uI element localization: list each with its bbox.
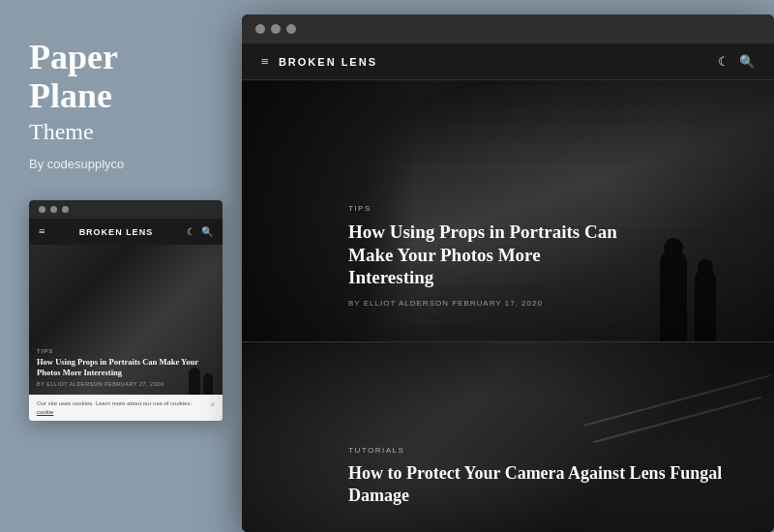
- site-header-left: ≡ BROKEN LENS: [261, 54, 377, 70]
- theme-title-line1: Paper Plane: [29, 39, 208, 115]
- hero-tag: TIPS: [348, 204, 619, 213]
- hero-overlay-text: TIPS How Using Props in Portraits Can Ma…: [348, 204, 619, 308]
- header-search-icon[interactable]: 🔍: [739, 54, 755, 70]
- browser-titlebar: [242, 15, 774, 44]
- preview-text-overlay: TIPS How Using Props in Portraits Can Ma…: [37, 348, 215, 387]
- preview-cookie-link[interactable]: cookie: [37, 409, 53, 415]
- preview-article-meta: BY ELLIOT ALDERSON FEBRUARY 27, 2020: [37, 381, 215, 387]
- figure-tall: [660, 250, 687, 341]
- preview-cookie-bar: Our site uses cookies. Learn more about …: [29, 395, 223, 421]
- left-panel: Paper Plane Theme By codesupplyco ≡ BROK…: [0, 0, 237, 532]
- preview-article-title: How Using Props in Portraits Can Make Yo…: [37, 357, 215, 378]
- hamburger-icon[interactable]: ≡: [261, 54, 269, 70]
- preview-search-icon: 🔍: [201, 226, 213, 237]
- preview-image: TIPS How Using Props in Portraits Can Ma…: [29, 245, 223, 395]
- browser-window: ≡ BROKEN LENS ☾ 🔍 TIPS How Using P: [242, 15, 774, 532]
- second-overlay-text: TUTORIALS How to Protect Your Camera Aga…: [348, 446, 774, 506]
- theme-author: By codesupplyco: [29, 157, 208, 171]
- second-article[interactable]: TUTORIALS How to Protect Your Camera Aga…: [242, 341, 774, 532]
- theme-title-line2: Theme: [29, 119, 208, 145]
- browser-dot-2: [271, 24, 281, 34]
- hero-figures: [660, 250, 716, 341]
- hero-article[interactable]: TIPS How Using Props in Portraits Can Ma…: [242, 80, 774, 341]
- small-preview-card: ≡ BROKEN LENS ☾ 🔍 TIPS How Using Props i…: [29, 200, 223, 421]
- preview-dot-1: [39, 206, 45, 213]
- preview-dot-2: [50, 206, 57, 213]
- site-header: ≡ BROKEN LENS ☾ 🔍: [242, 44, 774, 80]
- preview-dot-3: [62, 206, 69, 213]
- preview-titlebar: [29, 200, 223, 219]
- site-header-right: ☾ 🔍: [718, 54, 755, 70]
- preview-moon-icon: ☾: [187, 226, 195, 237]
- second-title: How to Protect Your Camera Against Lens …: [348, 462, 774, 506]
- browser-dot-3: [286, 24, 296, 34]
- preview-cookie-close[interactable]: ×: [210, 399, 215, 409]
- preview-tag: TIPS: [37, 348, 215, 354]
- site-logo: BROKEN LENS: [279, 56, 377, 68]
- preview-cookie-text: Our site uses cookies. Learn more about …: [37, 399, 205, 416]
- preview-menu-icon: ≡: [39, 224, 45, 239]
- tutorials-tag: TUTORIALS: [348, 446, 774, 455]
- header-moon-icon[interactable]: ☾: [718, 54, 729, 70]
- railing-line-2: [593, 397, 761, 444]
- hero-title: How Using Props in Portraits Can Make Yo…: [348, 221, 619, 289]
- preview-logo: BROKEN LENS: [79, 227, 154, 237]
- hero-meta: BY ELLIOT ALDERSON FEBRUARY 17, 2020: [348, 299, 619, 308]
- preview-header-icons: ☾ 🔍: [187, 226, 213, 237]
- figure-short: [695, 269, 716, 341]
- browser-content: ≡ BROKEN LENS ☾ 🔍 TIPS How Using P: [242, 44, 774, 532]
- preview-header: ≡ BROKEN LENS ☾ 🔍: [29, 219, 223, 245]
- browser-dot-1: [255, 24, 265, 34]
